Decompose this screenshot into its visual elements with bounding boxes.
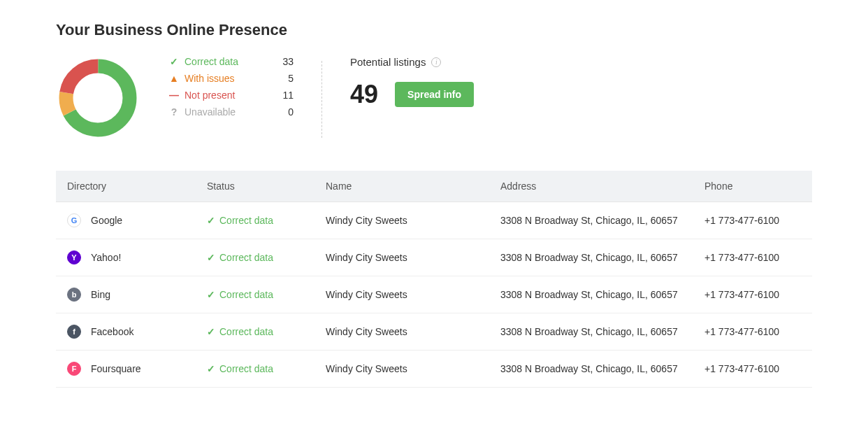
status-cell: ✓Correct data (207, 289, 303, 300)
status-text: Correct data (219, 326, 273, 337)
spread-info-button[interactable]: Spread info (395, 82, 474, 107)
legend-label: Correct data (185, 56, 273, 67)
business-address: 3308 N Broadway St, Chicago, IL, 60657 (489, 202, 693, 239)
potential-count: 49 (350, 82, 378, 107)
table-row[interactable]: FFoursquare✓Correct dataWindy City Sweet… (56, 351, 812, 388)
directory-name: Yahoo! (91, 252, 121, 263)
legend-value: 11 (273, 90, 294, 101)
business-name: Windy City Sweets (314, 239, 489, 276)
status-cell: ✓Correct data (207, 215, 303, 226)
table-row[interactable]: YYahoo!✓Correct dataWindy City Sweets330… (56, 239, 812, 276)
directory-name: Bing (91, 289, 110, 300)
status-text: Correct data (219, 215, 273, 226)
legend-label: Unavailable (185, 106, 273, 118)
business-name: Windy City Sweets (314, 351, 489, 388)
legend-icon: ✓ (168, 56, 180, 67)
legend-icon: — (168, 90, 180, 101)
legend-row: ✓Correct data33 (168, 56, 294, 67)
business-phone: +1 773-477-6100 (693, 202, 812, 239)
legend-value: 33 (273, 56, 294, 67)
business-address: 3308 N Broadway St, Chicago, IL, 60657 (489, 351, 693, 388)
directory-name: Facebook (91, 326, 133, 337)
legend-row: —Not present11 (168, 90, 294, 101)
legend-icon: ? (168, 106, 180, 118)
table-row[interactable]: fFacebook✓Correct dataWindy City Sweets3… (56, 313, 812, 351)
business-phone: +1 773-477-6100 (693, 313, 812, 351)
legend-value: 0 (273, 106, 294, 118)
status-cell: ✓Correct data (207, 252, 303, 263)
status-cell: ✓Correct data (207, 326, 303, 337)
col-phone[interactable]: Phone (693, 171, 812, 202)
legend-row: ?Unavailable0 (168, 106, 294, 118)
status-text: Correct data (219, 363, 273, 374)
status-text: Correct data (219, 289, 273, 300)
business-name: Windy City Sweets (314, 202, 489, 239)
legend-row: ▲With issues5 (168, 73, 294, 84)
status-text: Correct data (219, 252, 273, 263)
legend-label: With issues (185, 73, 273, 84)
business-phone: +1 773-477-6100 (693, 351, 812, 388)
table-header-row: Directory Status Name Address Phone (56, 171, 812, 202)
directory-icon: F (67, 362, 81, 376)
business-address: 3308 N Broadway St, Chicago, IL, 60657 (489, 313, 693, 351)
directory-icon: f (67, 325, 81, 339)
check-icon: ✓ (207, 252, 215, 263)
check-icon: ✓ (207, 363, 215, 374)
check-icon: ✓ (207, 289, 215, 300)
col-name[interactable]: Name (314, 171, 489, 202)
summary-panel: ✓Correct data33▲With issues5—Not present… (56, 56, 812, 143)
business-address: 3308 N Broadway St, Chicago, IL, 60657 (489, 239, 693, 276)
donut-chart (56, 56, 140, 143)
business-address: 3308 N Broadway St, Chicago, IL, 60657 (489, 276, 693, 313)
business-name: Windy City Sweets (314, 313, 489, 351)
table-row[interactable]: GGoogle✓Correct dataWindy City Sweets330… (56, 202, 812, 239)
directory-icon: Y (67, 250, 81, 264)
directory-icon: b (67, 288, 81, 302)
vertical-divider (321, 61, 322, 138)
status-legend: ✓Correct data33▲With issues5—Not present… (168, 56, 294, 118)
legend-value: 5 (273, 73, 294, 84)
col-status[interactable]: Status (196, 171, 314, 202)
legend-label: Not present (185, 90, 273, 101)
potential-label: Potential listings i (350, 56, 474, 68)
svg-point-5 (78, 78, 117, 118)
potential-listings-block: Potential listings i 49 Spread info (350, 56, 474, 107)
directory-icon: G (67, 213, 81, 227)
listings-table: Directory Status Name Address Phone GGoo… (56, 171, 812, 388)
directory-name: Foursquare (91, 363, 141, 374)
col-address[interactable]: Address (489, 171, 693, 202)
directory-name: Google (91, 215, 122, 226)
business-phone: +1 773-477-6100 (693, 276, 812, 313)
check-icon: ✓ (207, 215, 215, 226)
legend-icon: ▲ (168, 73, 180, 84)
business-phone: +1 773-477-6100 (693, 239, 812, 276)
potential-label-text: Potential listings (350, 56, 426, 68)
page-title: Your Business Online Presence (56, 21, 812, 39)
col-directory[interactable]: Directory (56, 171, 196, 202)
check-icon: ✓ (207, 326, 215, 337)
business-name: Windy City Sweets (314, 276, 489, 313)
info-icon[interactable]: i (431, 57, 441, 67)
table-row[interactable]: bBing✓Correct dataWindy City Sweets3308 … (56, 276, 812, 313)
status-cell: ✓Correct data (207, 363, 303, 374)
